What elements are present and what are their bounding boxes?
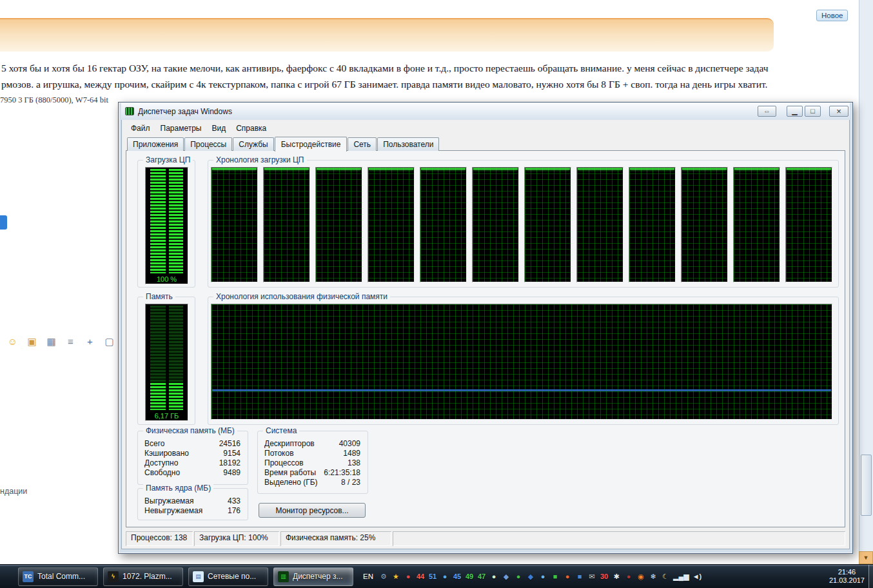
forum-quote-banner — [0, 18, 774, 52]
tab-Сеть[interactable]: Сеть — [348, 137, 377, 151]
cpu-usage-line — [369, 168, 413, 170]
page-scrollbar[interactable] — [859, 0, 873, 564]
cpu-usage-group: Загрузка ЦП 100 % — [137, 160, 195, 288]
info-value: 9154 — [223, 449, 240, 458]
maximize-button[interactable]: □ — [805, 106, 821, 117]
group-title: Память — [143, 292, 175, 301]
menu-bar: ФайлПараметрыВидСправка — [126, 121, 845, 135]
sensor-47[interactable]: 47 — [477, 571, 486, 582]
orange-ring-icon[interactable]: ◉ — [636, 571, 645, 582]
taskbar-button-totalcmd[interactable]: TCTotal Comm... — [18, 567, 98, 586]
pale-dot-icon[interactable]: ● — [489, 571, 498, 582]
memory-history-graph — [211, 304, 832, 420]
scrollbar-down-arrow-icon[interactable]: ▼ — [859, 551, 873, 564]
cpu-usage-line — [421, 168, 466, 170]
info-value: 9489 — [223, 468, 240, 478]
group-title: Физическая память (МБ) — [143, 426, 237, 435]
taskbar-button-task-manager[interactable]: ▥Диспетчер з... — [273, 567, 353, 586]
asterisk-icon[interactable]: ✱ — [612, 571, 621, 582]
info-label: Потоков — [264, 449, 294, 458]
lightblue-dot-icon[interactable]: ● — [538, 571, 547, 582]
sensor-49[interactable]: 49 — [465, 571, 474, 582]
tab-Пользователи[interactable]: Пользователи — [377, 137, 439, 151]
tab-Быстродействие[interactable]: Быстродействие — [275, 137, 348, 152]
tab-Процессы[interactable]: Процессы — [184, 137, 232, 151]
sensor-51[interactable]: 51 — [428, 571, 437, 582]
status-cell: Физическая память: 25% — [280, 531, 391, 546]
info-row: Невыгружаемая176 — [144, 506, 240, 516]
tab-Службы[interactable]: Службы — [233, 137, 273, 151]
language-indicator[interactable]: EN — [360, 573, 377, 580]
menu-item-Справка[interactable]: Справка — [231, 122, 271, 134]
system-rows: Дескрипторов40309Потоков1489Процессов138… — [264, 439, 360, 487]
show-desktop-button[interactable] — [868, 565, 873, 588]
taskbar-button-label: Total Comm... — [37, 572, 85, 581]
plus-icon[interactable]: + — [84, 335, 96, 348]
close-button[interactable]: × — [829, 106, 848, 117]
cpu-core-history-graph — [785, 167, 832, 282]
info-row: Процессов138 — [264, 458, 360, 468]
table-icon[interactable]: ▦ — [45, 335, 57, 348]
cpu-core-history-graph — [681, 167, 728, 282]
status-cell: Загрузка ЦП: 100% — [194, 531, 279, 546]
image-icon[interactable]: ▣ — [26, 335, 38, 348]
physical-memory-rows: Всего24516Кэшировано9154Доступно18192Сво… — [144, 439, 240, 478]
taskbar-button-plazma[interactable]: ϟ1072. Plazm... — [103, 567, 183, 586]
scrollbar-thumb[interactable] — [861, 455, 872, 516]
paragraph-icon[interactable]: ≡ — [64, 335, 77, 348]
tab-Приложения[interactable]: Приложения — [127, 137, 184, 151]
volume-icon[interactable]: ◄) — [692, 571, 702, 582]
info-value: 18192 — [219, 458, 240, 468]
new-button[interactable]: Новое — [816, 10, 848, 21]
star-icon[interactable]: ★ — [391, 571, 400, 582]
info-value: 433 — [228, 496, 240, 506]
sensor-45[interactable]: 45 — [453, 571, 462, 582]
clock-date: 21.03.2017 — [829, 576, 865, 585]
clock-time: 21:46 — [829, 568, 865, 576]
cpu-usage-line — [317, 168, 361, 170]
resource-monitor-button[interactable]: Монитор ресурсов... — [259, 503, 366, 518]
taskbar-button-network-places[interactable]: ▤Сетевые по... — [188, 567, 268, 586]
cpu-usage-line — [264, 168, 309, 170]
cpu-core-history-graph — [629, 167, 676, 282]
frame-icon[interactable]: ▢ — [103, 335, 115, 348]
tray-clock[interactable]: 21:46 21.03.2017 — [829, 568, 867, 585]
gear-tray-icon[interactable]: ⚙ — [379, 571, 388, 582]
sensor-44[interactable]: 44 — [416, 571, 425, 582]
snowflake-icon[interactable]: ❄ — [649, 571, 658, 582]
info-row: Всего24516 — [144, 439, 240, 449]
menu-item-Вид[interactable]: Вид — [206, 122, 231, 134]
resize-button[interactable]: ⇔ — [758, 106, 776, 117]
mail-icon[interactable]: ✉ — [587, 571, 596, 582]
green-square-icon[interactable]: ■ — [551, 571, 560, 582]
moon-icon[interactable]: ☾ — [661, 571, 670, 582]
cpu-core-history-graph — [576, 167, 623, 282]
sensor-30[interactable]: 30 — [600, 571, 609, 582]
info-label: Дескрипторов — [264, 439, 315, 449]
network-icon[interactable]: ▂▄▆ — [673, 571, 689, 582]
cpu-usage-line — [734, 168, 779, 170]
status-cell-empty — [393, 531, 845, 546]
blue-diamond-icon[interactable]: ◆ — [526, 571, 535, 582]
group-title: Хронология использования физической памя… — [213, 292, 390, 301]
cpu-usage-line — [682, 168, 727, 170]
info-row: Доступно18192 — [144, 458, 240, 468]
cpu-usage-line — [525, 168, 570, 170]
green-dot-icon[interactable]: ● — [514, 571, 523, 582]
darkred-dot-icon[interactable]: ● — [624, 571, 633, 582]
status-bar: Процессов: 138Загрузка ЦП: 100%Физическа… — [126, 531, 845, 546]
kernel-memory-group: Память ядра (МБ) Выгружаемая433Невыгружа… — [137, 488, 248, 520]
menu-item-Файл[interactable]: Файл — [126, 122, 155, 134]
orange-dot-icon[interactable]: ● — [563, 571, 572, 582]
shield-icon[interactable]: ◆ — [502, 571, 511, 582]
blue-dot-icon[interactable]: ● — [440, 571, 449, 582]
minimize-button[interactable]: ▁ — [787, 106, 803, 117]
smiley-icon[interactable]: ☺ — [6, 335, 19, 348]
cpu-usage-line — [473, 168, 518, 170]
menu-item-Параметры[interactable]: Параметры — [155, 122, 207, 134]
system-tray: ⚙★●4451●454947●◆●◆●■●■✉30✱●◉❄☾▂▄▆◄) — [379, 571, 701, 582]
blue-square-icon[interactable]: ■ — [575, 571, 584, 582]
title-bar[interactable]: Диспетчер задач Windows ⇔▁□× — [121, 103, 850, 120]
network-places-icon: ▤ — [193, 571, 204, 582]
red-dot-icon[interactable]: ● — [404, 571, 413, 582]
